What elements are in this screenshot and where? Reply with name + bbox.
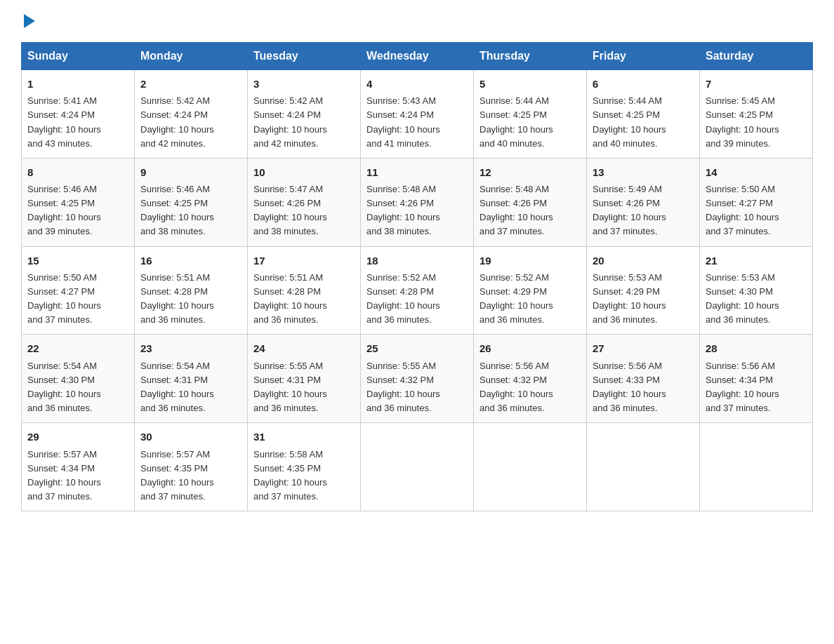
day-info: Sunrise: 5:51 AMSunset: 4:28 PMDaylight:… xyxy=(140,272,214,325)
day-number: 25 xyxy=(366,340,468,356)
calendar-week-row: 1Sunrise: 5:41 AMSunset: 4:24 PMDaylight… xyxy=(22,70,813,159)
day-number: 5 xyxy=(479,76,581,92)
day-info: Sunrise: 5:42 AMSunset: 4:24 PMDaylight:… xyxy=(140,95,214,148)
calendar-cell xyxy=(700,423,813,511)
day-number: 10 xyxy=(253,164,355,180)
day-number: 12 xyxy=(479,164,581,180)
calendar-cell: 19Sunrise: 5:52 AMSunset: 4:29 PMDayligh… xyxy=(474,246,587,335)
day-info: Sunrise: 5:46 AMSunset: 4:25 PMDaylight:… xyxy=(27,184,101,236)
calendar-cell: 6Sunrise: 5:44 AMSunset: 4:25 PMDaylight… xyxy=(587,70,700,159)
day-info: Sunrise: 5:50 AMSunset: 4:27 PMDaylight:… xyxy=(27,272,101,325)
day-info: Sunrise: 5:42 AMSunset: 4:24 PMDaylight:… xyxy=(253,95,327,148)
day-number: 13 xyxy=(593,164,694,180)
calendar-week-row: 15Sunrise: 5:50 AMSunset: 4:27 PMDayligh… xyxy=(22,246,813,335)
day-info: Sunrise: 5:56 AMSunset: 4:34 PMDaylight:… xyxy=(706,361,779,413)
calendar-week-row: 8Sunrise: 5:46 AMSunset: 4:25 PMDaylight… xyxy=(22,158,813,246)
calendar-cell: 29Sunrise: 5:57 AMSunset: 4:34 PMDayligh… xyxy=(22,423,135,511)
day-info: Sunrise: 5:45 AMSunset: 4:25 PMDaylight:… xyxy=(706,95,779,148)
day-info: Sunrise: 5:44 AMSunset: 4:25 PMDaylight:… xyxy=(479,95,553,148)
day-number: 30 xyxy=(140,429,241,445)
day-number: 26 xyxy=(479,340,581,356)
day-number: 24 xyxy=(253,340,355,356)
day-info: Sunrise: 5:53 AMSunset: 4:30 PMDaylight:… xyxy=(706,272,779,325)
day-number: 4 xyxy=(366,76,468,92)
day-info: Sunrise: 5:56 AMSunset: 4:33 PMDaylight:… xyxy=(593,361,666,413)
day-info: Sunrise: 5:50 AMSunset: 4:27 PMDaylight:… xyxy=(706,184,779,236)
calendar-cell: 23Sunrise: 5:54 AMSunset: 4:31 PMDayligh… xyxy=(135,335,248,423)
day-info: Sunrise: 5:47 AMSunset: 4:26 PMDaylight:… xyxy=(253,184,327,236)
day-info: Sunrise: 5:51 AMSunset: 4:28 PMDaylight:… xyxy=(253,272,327,325)
day-header-thursday: Thursday xyxy=(474,43,587,70)
calendar-cell: 28Sunrise: 5:56 AMSunset: 4:34 PMDayligh… xyxy=(700,335,813,423)
calendar-cell: 15Sunrise: 5:50 AMSunset: 4:27 PMDayligh… xyxy=(22,246,135,335)
day-info: Sunrise: 5:43 AMSunset: 4:24 PMDaylight:… xyxy=(366,95,440,148)
day-info: Sunrise: 5:52 AMSunset: 4:28 PMDaylight:… xyxy=(366,272,440,325)
calendar-cell xyxy=(474,423,587,511)
calendar-cell: 11Sunrise: 5:48 AMSunset: 4:26 PMDayligh… xyxy=(361,158,474,246)
day-number: 23 xyxy=(140,340,241,356)
calendar-cell: 20Sunrise: 5:53 AMSunset: 4:29 PMDayligh… xyxy=(587,246,700,335)
day-info: Sunrise: 5:57 AMSunset: 4:34 PMDaylight:… xyxy=(27,449,101,502)
day-header-saturday: Saturday xyxy=(700,43,813,70)
calendar-week-row: 22Sunrise: 5:54 AMSunset: 4:30 PMDayligh… xyxy=(22,335,813,423)
calendar-cell: 24Sunrise: 5:55 AMSunset: 4:31 PMDayligh… xyxy=(248,335,361,423)
day-info: Sunrise: 5:55 AMSunset: 4:31 PMDaylight:… xyxy=(253,361,327,413)
day-info: Sunrise: 5:48 AMSunset: 4:26 PMDaylight:… xyxy=(366,184,440,236)
day-info: Sunrise: 5:54 AMSunset: 4:31 PMDaylight:… xyxy=(140,361,214,413)
calendar-cell: 21Sunrise: 5:53 AMSunset: 4:30 PMDayligh… xyxy=(700,246,813,335)
day-number: 19 xyxy=(479,253,581,269)
day-info: Sunrise: 5:55 AMSunset: 4:32 PMDaylight:… xyxy=(366,361,440,413)
calendar-table: SundayMondayTuesdayWednesdayThursdayFrid… xyxy=(21,42,813,511)
calendar-cell: 7Sunrise: 5:45 AMSunset: 4:25 PMDaylight… xyxy=(700,70,813,159)
calendar-cell: 25Sunrise: 5:55 AMSunset: 4:32 PMDayligh… xyxy=(361,335,474,423)
calendar-cell: 3Sunrise: 5:42 AMSunset: 4:24 PMDaylight… xyxy=(248,70,361,159)
day-info: Sunrise: 5:56 AMSunset: 4:32 PMDaylight:… xyxy=(479,361,553,413)
calendar-header-row: SundayMondayTuesdayWednesdayThursdayFrid… xyxy=(22,43,813,70)
calendar-cell: 17Sunrise: 5:51 AMSunset: 4:28 PMDayligh… xyxy=(248,246,361,335)
calendar-cell: 8Sunrise: 5:46 AMSunset: 4:25 PMDaylight… xyxy=(22,158,135,246)
day-number: 20 xyxy=(593,253,694,269)
day-number: 17 xyxy=(253,253,355,269)
calendar-week-row: 29Sunrise: 5:57 AMSunset: 4:34 PMDayligh… xyxy=(22,423,813,511)
day-info: Sunrise: 5:57 AMSunset: 4:35 PMDaylight:… xyxy=(140,449,214,502)
calendar-cell: 9Sunrise: 5:46 AMSunset: 4:25 PMDaylight… xyxy=(135,158,248,246)
day-number: 27 xyxy=(593,340,694,356)
page-header xyxy=(21,14,813,28)
calendar-cell: 27Sunrise: 5:56 AMSunset: 4:33 PMDayligh… xyxy=(587,335,700,423)
day-number: 15 xyxy=(27,253,128,269)
day-info: Sunrise: 5:44 AMSunset: 4:25 PMDaylight:… xyxy=(593,95,666,148)
day-number: 14 xyxy=(706,164,807,180)
day-info: Sunrise: 5:41 AMSunset: 4:24 PMDaylight:… xyxy=(27,95,101,148)
calendar-cell: 16Sunrise: 5:51 AMSunset: 4:28 PMDayligh… xyxy=(135,246,248,335)
day-header-friday: Friday xyxy=(587,43,700,70)
calendar-cell: 14Sunrise: 5:50 AMSunset: 4:27 PMDayligh… xyxy=(700,158,813,246)
calendar-cell: 5Sunrise: 5:44 AMSunset: 4:25 PMDaylight… xyxy=(474,70,587,159)
day-number: 22 xyxy=(27,340,128,356)
calendar-cell: 13Sunrise: 5:49 AMSunset: 4:26 PMDayligh… xyxy=(587,158,700,246)
calendar-cell: 26Sunrise: 5:56 AMSunset: 4:32 PMDayligh… xyxy=(474,335,587,423)
day-info: Sunrise: 5:54 AMSunset: 4:30 PMDaylight:… xyxy=(27,361,101,413)
logo-arrow-icon xyxy=(24,14,35,28)
day-header-tuesday: Tuesday xyxy=(248,43,361,70)
day-header-monday: Monday xyxy=(135,43,248,70)
calendar-cell: 12Sunrise: 5:48 AMSunset: 4:26 PMDayligh… xyxy=(474,158,587,246)
day-number: 18 xyxy=(366,253,468,269)
calendar-cell: 22Sunrise: 5:54 AMSunset: 4:30 PMDayligh… xyxy=(22,335,135,423)
day-info: Sunrise: 5:52 AMSunset: 4:29 PMDaylight:… xyxy=(479,272,553,325)
calendar-cell xyxy=(361,423,474,511)
calendar-cell: 30Sunrise: 5:57 AMSunset: 4:35 PMDayligh… xyxy=(135,423,248,511)
day-number: 29 xyxy=(27,429,128,445)
day-number: 28 xyxy=(706,340,807,356)
calendar-cell: 4Sunrise: 5:43 AMSunset: 4:24 PMDaylight… xyxy=(361,70,474,159)
day-number: 31 xyxy=(253,429,355,445)
day-number: 21 xyxy=(706,253,807,269)
day-info: Sunrise: 5:48 AMSunset: 4:26 PMDaylight:… xyxy=(479,184,553,236)
day-info: Sunrise: 5:46 AMSunset: 4:25 PMDaylight:… xyxy=(140,184,214,236)
day-number: 2 xyxy=(140,76,241,92)
day-number: 1 xyxy=(27,76,128,92)
day-header-sunday: Sunday xyxy=(22,43,135,70)
calendar-cell: 18Sunrise: 5:52 AMSunset: 4:28 PMDayligh… xyxy=(361,246,474,335)
day-number: 9 xyxy=(140,164,241,180)
day-info: Sunrise: 5:49 AMSunset: 4:26 PMDaylight:… xyxy=(593,184,666,236)
day-header-wednesday: Wednesday xyxy=(361,43,474,70)
